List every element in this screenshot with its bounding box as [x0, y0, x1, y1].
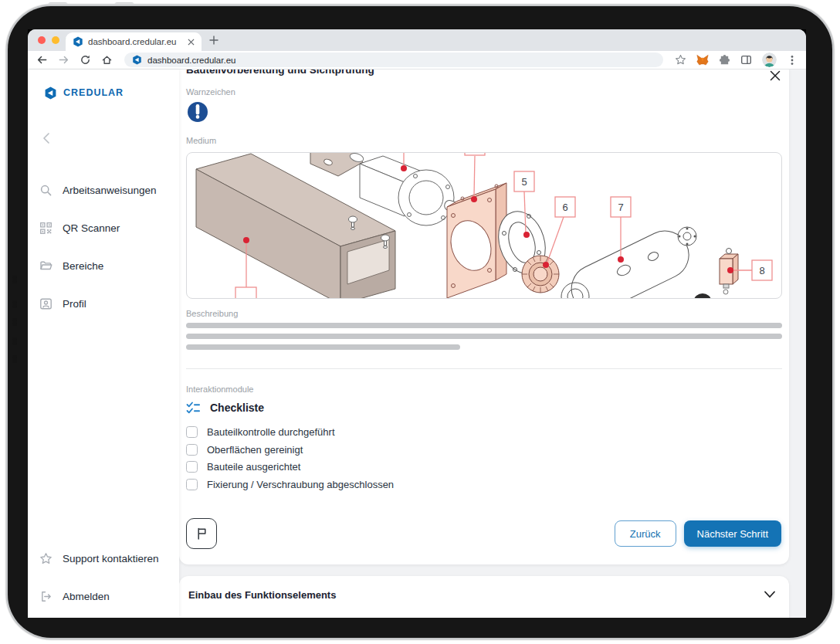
checklist-item[interactable]: Bauteile ausgerichtet: [186, 460, 300, 473]
flag-report-button[interactable]: [186, 518, 217, 549]
browser-window: dashboard.credular.eu dashb: [28, 29, 806, 618]
credular-logo-icon: [44, 86, 57, 100]
medium-section-label: Medium: [186, 136, 216, 145]
sidebar-item-bereiche[interactable]: Bereiche: [39, 255, 168, 276]
interaction-section-label: Interaktionmodule: [186, 385, 253, 394]
back-icon[interactable]: [36, 54, 48, 66]
description-section-label: Beschreibung: [186, 309, 238, 318]
description-skeleton-line: [186, 344, 460, 350]
diagram-label-8: 8: [759, 265, 764, 276]
sidebar-item-label: QR Scanner: [63, 222, 120, 234]
tab-title: dashboard.credular.eu: [88, 37, 183, 46]
next-section-card[interactable]: Einbau des Funktionselements: [179, 576, 789, 618]
url-text: dashboard.credular.eu: [147, 56, 235, 65]
search-icon: [39, 184, 52, 197]
checklist-item-label: Oberflächen gereinigt: [207, 444, 303, 456]
metamask-extension-icon[interactable]: [696, 54, 709, 66]
checkbox[interactable]: [186, 461, 198, 473]
tablet-side-button: [12, 276, 17, 283]
diagram-label-7: 7: [618, 202, 623, 213]
next-section-title: Einbau des Funktionselements: [188, 589, 336, 601]
main-content: Bauteilvorbereitung und Sichtprüfung War…: [179, 69, 806, 618]
sidebar-item-label: Bereiche: [63, 260, 103, 272]
profile-card-icon: [39, 297, 52, 310]
tablet-side-button: [12, 318, 17, 326]
tablet-frame: dashboard.credular.eu dashb: [8, 6, 832, 638]
sidebar-item-abmelden[interactable]: Abmelden: [39, 585, 168, 607]
logout-icon: [39, 590, 52, 603]
step-card: Bauteilvorbereitung und Sichtprüfung War…: [179, 69, 789, 564]
close-window-button[interactable]: [38, 36, 46, 44]
brand-name: CREDULAR: [63, 87, 124, 98]
checklist-title: Checkliste: [210, 402, 264, 414]
description-skeleton-line: [186, 323, 782, 328]
sidebar-footer: Support kontaktieren Abmelden: [28, 547, 179, 607]
tablet-side-button: [12, 337, 17, 345]
sidebar-nav: Arbeitsanweisungen QR Scanner: [28, 179, 179, 314]
checklist-icon: [186, 402, 200, 414]
checkbox[interactable]: [186, 444, 198, 456]
diagram-label-5: 5: [521, 176, 527, 188]
sidebar-item-label: Profil: [63, 298, 86, 310]
chevron-down-icon: [763, 588, 777, 602]
tab-close-icon[interactable]: [188, 39, 195, 46]
sidebar-item-arbeitsanweisungen[interactable]: Arbeitsanweisungen: [39, 179, 168, 201]
sidebar-item-label: Support kontaktieren: [63, 553, 159, 564]
checkbox[interactable]: [186, 426, 198, 438]
diagram-label-6: 6: [562, 202, 567, 213]
browser-toolbar: dashboard.credular.eu: [28, 51, 806, 69]
exploded-diagram-media: 5 6: [186, 152, 782, 299]
tablet-side-button: [12, 355, 17, 363]
sidebar-item-label: Arbeitsanweisungen: [63, 185, 157, 196]
url-bar[interactable]: dashboard.credular.eu: [124, 53, 663, 67]
warning-section-label: Warnzeichen: [186, 87, 235, 97]
profile-avatar[interactable]: [762, 53, 777, 67]
extensions-puzzle-icon[interactable]: [719, 54, 730, 66]
site-favicon: [132, 55, 142, 65]
description-skeleton-line: [186, 334, 782, 339]
sidebar-item-qr-scanner[interactable]: QR Scanner: [39, 217, 168, 239]
folder-icon: [39, 259, 52, 273]
checkbox[interactable]: [186, 479, 198, 490]
tablet-screen: dashboard.credular.eu dashb: [28, 29, 806, 618]
side-panel-icon[interactable]: [740, 54, 752, 66]
site-favicon: [73, 36, 83, 47]
new-tab-button[interactable]: [208, 35, 219, 46]
next-step-button[interactable]: Nächster Schritt: [684, 520, 781, 547]
reload-icon[interactable]: [80, 54, 91, 66]
sidebar-collapse-icon[interactable]: [40, 131, 54, 145]
flag-icon: [196, 527, 208, 540]
checklist-item-label: Fixierung / Verschraubung abgeschlossen: [207, 479, 394, 490]
qr-code-icon: [39, 222, 52, 235]
sidebar-item-support[interactable]: Support kontaktieren: [39, 547, 168, 569]
checklist-item-label: Bauteilkontrolle durchgeführt: [207, 426, 335, 438]
browser-tab[interactable]: dashboard.credular.eu: [66, 32, 202, 51]
checklist-item[interactable]: Bauteilkontrolle durchgeführt: [186, 425, 335, 438]
step-card-footer: Zurück Nächster Schritt: [186, 518, 781, 549]
browser-tab-strip: dashboard.credular.eu: [28, 29, 806, 51]
checklist-item[interactable]: Oberflächen gereinigt: [186, 443, 303, 456]
exploded-diagram: 5 6: [187, 153, 781, 298]
close-icon[interactable]: [769, 69, 781, 82]
forward-icon[interactable]: [58, 54, 69, 66]
minimize-window-button[interactable]: [52, 36, 59, 44]
checklist-item[interactable]: Fixierung / Verschraubung abgeschlossen: [186, 478, 394, 490]
star-icon: [39, 552, 52, 565]
step-card-title: Bauteilvorbereitung und Sichtprüfung: [186, 69, 374, 76]
checklist-item-label: Bauteile ausgerichtet: [207, 461, 300, 473]
tablet-side-button: [12, 300, 17, 308]
back-button[interactable]: Zurück: [615, 520, 676, 547]
sidebar: CREDULAR Arbeitsanweisungen: [28, 69, 179, 618]
bookmark-star-icon[interactable]: [675, 54, 686, 66]
mandatory-warning-sign-icon: [188, 102, 208, 122]
home-icon[interactable]: [101, 54, 113, 66]
section-divider: [186, 368, 782, 369]
checklist-header: Checkliste: [186, 402, 264, 414]
brand: CREDULAR: [28, 85, 179, 100]
app-root: CREDULAR Arbeitsanweisungen: [28, 69, 806, 618]
browser-menu-icon[interactable]: [787, 55, 798, 66]
sidebar-item-profil[interactable]: Profil: [39, 293, 168, 314]
sidebar-item-label: Abmelden: [63, 591, 110, 602]
